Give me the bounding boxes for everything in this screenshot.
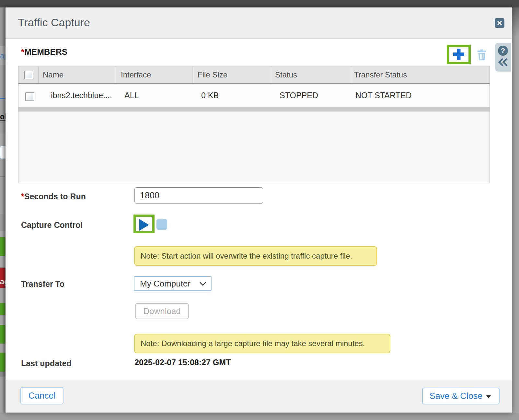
collapse-icon[interactable] [495,58,511,68]
save-close-label: Save & Close [430,391,483,401]
select-all-checkbox[interactable] [24,71,33,79]
chevron-down-icon [199,282,206,286]
row-cell-interface: ALL [116,84,192,107]
stop-icon[interactable] [156,219,167,230]
save-close-button[interactable]: Save & Close [422,388,500,404]
delete-member-button[interactable] [477,49,486,60]
header-cell-transfer-status[interactable]: Transfer Status [350,66,490,83]
header-cell-name[interactable]: Name [39,66,116,83]
play-icon[interactable] [139,218,150,231]
download-note: Note: Downloading a large capture file m… [134,334,390,353]
seconds-to-run-label: *Seconds to Run [21,192,86,201]
dialog-footer: Cancel Save & Close [6,380,512,413]
header-cell-select [18,66,39,83]
members-table-header: Name Interface File Size Status Transfer… [18,66,490,84]
screen: ap ol ag Traffic Capture *MEMBERS [0,0,519,420]
row-cell-status: STOPPED [271,84,350,107]
row-cell-transfer-status: NOT STARTED [350,84,490,107]
background-overlay-right [512,7,519,413]
help-icon[interactable]: ? [498,46,508,56]
row-cell-filesize: 0 KB [192,84,271,107]
download-button[interactable]: Download [135,303,189,319]
plus-icon [453,49,465,60]
required-asterisk: * [21,47,24,57]
dialog-header: Traffic Capture [6,7,512,39]
row-checkbox[interactable] [25,92,34,101]
trash-icon [477,49,486,60]
members-table: Name Interface File Size Status Transfer… [18,66,490,183]
table-scrollbar-track[interactable] [18,107,490,111]
start-capture-highlight [133,215,155,233]
transfer-to-select[interactable]: My Computer [134,276,212,291]
caret-down-icon[interactable] [486,395,491,398]
seconds-to-run-input[interactable] [134,187,263,204]
header-cell-status[interactable]: Status [271,66,350,83]
modal-shadow [0,7,6,413]
row-cell-name: ibns2.techblue.... [39,84,116,107]
background-overlay-bottom [0,413,519,420]
last-updated-label: Last updated [21,359,72,368]
capture-control-label: Capture Control [21,220,83,230]
transfer-to-value: My Computer [140,279,190,288]
cancel-button[interactable]: Cancel [20,387,63,404]
members-label: *MEMBERS [21,47,67,57]
traffic-capture-dialog: Traffic Capture *MEMBERS ? [6,7,512,413]
header-cell-filesize[interactable]: File Size [192,66,271,83]
background-top-bar [0,0,519,7]
dialog-side-panel: ? [495,43,511,72]
add-member-highlight [447,45,471,64]
members-table-row[interactable]: ibns2.techblue.... ALL 0 KB STOPPED NOT … [18,84,490,107]
dialog-title: Traffic Capture [18,7,90,37]
close-icon[interactable] [495,18,504,28]
capture-note: Note: Start action will overwrite the ex… [134,246,377,266]
header-cell-interface[interactable]: Interface [116,66,192,83]
background-page-left-strip: ap ol ag [0,7,6,413]
last-updated-value: 2025-02-07 15:08:27 GMT [134,358,231,367]
row-cell-select [18,84,39,107]
transfer-to-label: Transfer To [21,279,64,289]
